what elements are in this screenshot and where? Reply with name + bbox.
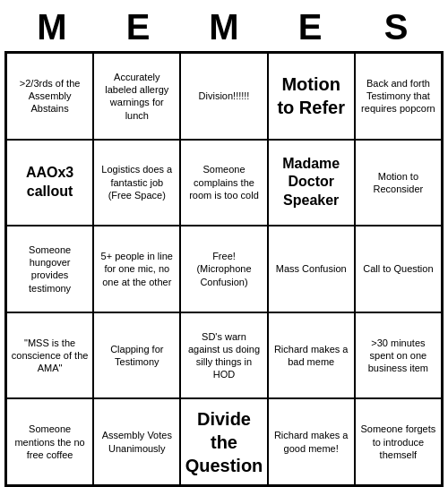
bingo-cell-text-2-1: 5+ people in line for one mic, no one at…: [98, 250, 176, 288]
bingo-cell-4-0[interactable]: Someone mentions the no free coffee: [6, 398, 93, 485]
bingo-cell-3-1[interactable]: Clapping for Testimony: [93, 312, 180, 399]
bingo-cell-0-0[interactable]: >2/3rds of the Assembly Abstains: [6, 53, 93, 140]
bingo-grid: >2/3rds of the Assembly AbstainsAccurate…: [4, 51, 444, 487]
bingo-cell-1-2[interactable]: Someone complains the room is too cold: [180, 140, 267, 226]
bingo-cell-3-3[interactable]: Richard makes a bad meme: [268, 312, 355, 399]
bingo-cell-text-1-0: AAOx3 callout: [11, 164, 89, 201]
bingo-cell-text-3-1: Clapping for Testimony: [98, 343, 176, 369]
bingo-cell-1-1[interactable]: Logistics does a fantastic job (Free Spa…: [93, 140, 180, 226]
bingo-cell-4-3[interactable]: Richard makes a good meme!: [268, 398, 355, 485]
bingo-cell-3-0[interactable]: "MSS is the conscience of the AMA": [6, 312, 93, 399]
bingo-cell-0-2[interactable]: Division!!!!!!: [180, 53, 267, 140]
bingo-cell-2-2[interactable]: Free! (Microphone Confusion): [180, 226, 267, 312]
bingo-cell-text-1-2: Someone complains the room is too cold: [185, 163, 263, 201]
bingo-cell-text-1-4: Motion to Reconsider: [359, 170, 437, 196]
bingo-cell-text-3-0: "MSS is the conscience of the AMA": [11, 337, 89, 375]
bingo-cell-text-0-0: >2/3rds of the Assembly Abstains: [11, 77, 89, 115]
bingo-cell-0-4[interactable]: Back and forth Testimony that requires p…: [355, 53, 442, 140]
bingo-cell-text-3-3: Richard makes a bad meme: [272, 343, 350, 369]
bingo-cell-4-2[interactable]: Divide the Question: [180, 398, 267, 485]
bingo-cell-text-0-3: Motion to Refer: [272, 73, 350, 119]
bingo-cell-text-0-2: Division!!!!!!: [199, 90, 250, 102]
title-letter-2: M: [197, 7, 251, 47]
bingo-cell-0-3[interactable]: Motion to Refer: [268, 53, 355, 140]
bingo-cell-text-3-4: >30 minutes spent on one business item: [359, 337, 437, 375]
bingo-cell-2-1[interactable]: 5+ people in line for one mic, no one at…: [93, 226, 180, 312]
bingo-cell-text-4-1: Assembly Votes Unanimously: [98, 429, 176, 455]
title-letter-3: E: [283, 7, 337, 47]
title-letter-4: S: [369, 7, 423, 47]
title-letter-1: E: [111, 7, 165, 47]
bingo-cell-text-2-0: Someone hungover provides testimony: [11, 244, 89, 295]
bingo-cell-text-4-0: Someone mentions the no free coffee: [11, 423, 89, 461]
bingo-cell-text-2-3: Mass Confusion: [276, 262, 347, 275]
bingo-cell-4-1[interactable]: Assembly Votes Unanimously: [93, 398, 180, 485]
title-row: MEMES: [9, 0, 439, 51]
bingo-cell-text-3-2: SD's warn against us doing silly things …: [185, 330, 263, 381]
bingo-cell-0-1[interactable]: Accurately labeled allergy warnings for …: [93, 53, 180, 140]
bingo-cell-text-4-4: Someone forgets to introduce themself: [359, 423, 437, 461]
bingo-cell-1-0[interactable]: AAOx3 callout: [6, 140, 93, 226]
bingo-cell-text-1-1: Logistics does a fantastic job (Free Spa…: [98, 163, 176, 201]
title-letter-0: M: [25, 7, 79, 47]
bingo-cell-1-4[interactable]: Motion to Reconsider: [355, 140, 442, 226]
bingo-cell-text-1-3: Madame Doctor Speaker: [272, 155, 350, 210]
bingo-cell-3-4[interactable]: >30 minutes spent on one business item: [355, 312, 442, 399]
bingo-cell-text-0-4: Back and forth Testimony that requires p…: [359, 77, 437, 115]
bingo-cell-text-4-3: Richard makes a good meme!: [272, 429, 350, 455]
bingo-cell-text-0-1: Accurately labeled allergy warnings for …: [98, 71, 176, 122]
bingo-cell-text-4-2: Divide the Question: [185, 407, 263, 477]
bingo-cell-text-2-2: Free! (Microphone Confusion): [185, 250, 263, 288]
bingo-cell-3-2[interactable]: SD's warn against us doing silly things …: [180, 312, 267, 399]
bingo-cell-1-3[interactable]: Madame Doctor Speaker: [268, 140, 355, 226]
bingo-cell-2-0[interactable]: Someone hungover provides testimony: [6, 226, 93, 312]
bingo-cell-2-4[interactable]: Call to Question: [355, 226, 442, 312]
bingo-cell-4-4[interactable]: Someone forgets to introduce themself: [355, 398, 442, 485]
bingo-cell-text-2-4: Call to Question: [363, 262, 433, 275]
bingo-cell-2-3[interactable]: Mass Confusion: [268, 226, 355, 312]
